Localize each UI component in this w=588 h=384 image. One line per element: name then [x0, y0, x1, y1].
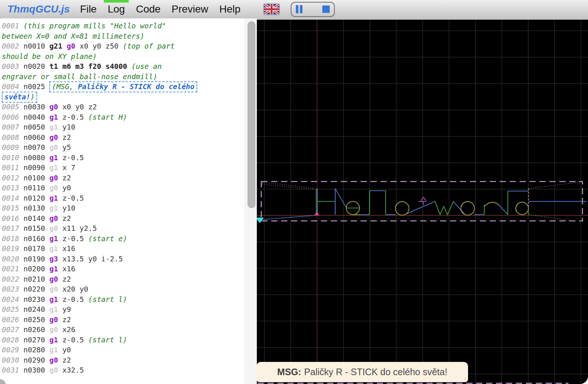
gcode-line: 0006 n0040 g1 z-0.5 (start H) [2, 112, 198, 123]
gcode-line: 0027 n0260 g0 x26 [2, 325, 198, 335]
toolpath-canvas[interactable] [257, 20, 588, 384]
gcode-line: 0017 n0150 g0 x11 y2.5 [2, 223, 198, 234]
tab-preview[interactable]: Preview [171, 0, 209, 18]
tab-file[interactable]: File [79, 0, 98, 18]
gcode-line: 0031 n0300 g0 x32.5 [2, 365, 198, 376]
gcode-line: 0003 n0020 t1 m6 m3 f20 s4000 (use an en… [2, 61, 198, 82]
gcode-line: 0022 n0210 g0 z2 [2, 274, 198, 285]
tab-log[interactable]: Log [107, 0, 126, 18]
gcode-line: 0025 n0240 g1 y9 [2, 304, 198, 315]
msg-text: Paličky R - STICK do celého světa! [304, 367, 447, 377]
gcode-line: 0004 n0025 (MSG, Paličky R - STICK do ce… [2, 82, 198, 102]
gcode-line: 0028 n0270 g1 z-0.5 (start l) [2, 335, 198, 345]
toolbar: ThmqGCU.js FileLogCodePreviewHelp [0, 0, 588, 19]
scroll-corner [0, 379, 6, 384]
uk-flag-icon[interactable] [263, 3, 280, 15]
gcode-line: 0001 (this program mills "Hello world" b… [2, 21, 198, 41]
vertical-scrollbar[interactable] [245, 18, 257, 384]
gcode-line: 0010 n0080 g1 z-0.5 [2, 153, 198, 163]
gcode-line: 0002 n0010 g21 g0 x0 y0 z50 (top of part… [2, 41, 198, 61]
pause-icon[interactable] [296, 5, 302, 13]
gcode-line: 0019 n0170 g1 x16 [2, 244, 198, 254]
gcode-line: 0011 n0090 g1 x 7 [2, 163, 198, 173]
gcode-line: 0024 n0230 g1 z-0.5 (start l) [2, 295, 198, 305]
gcode-line: 0030 n0290 g0 z2 [2, 355, 198, 366]
gcode-line: 0007 n0050 g1 y10 [2, 122, 198, 133]
gcode-line: 0013 n0110 g0 y0 [2, 183, 198, 193]
gcode-line: 0015 n0130 g1 y10 [2, 203, 198, 214]
gcode-line: 0014 n0120 g1 z-0.5 [2, 193, 198, 204]
msg-label: MSG: [277, 367, 301, 377]
gcode-line: 0009 n0070 g0 y5 [2, 142, 198, 153]
gcode-line: 0020 n0190 g3 x13.5 y0 i-2.5 [2, 254, 198, 264]
gcode-line: 0005 n0030 g0 x0 y0 z2 [2, 102, 198, 112]
menu-bar: FileLogCodePreviewHelp [79, 0, 251, 18]
gcode-line: 0026 n0250 g0 z2 [2, 315, 198, 325]
stop-icon[interactable] [322, 6, 330, 13]
gcode-line: 0021 n0200 g1 x16 [2, 264, 198, 274]
gcode-line: 0016 n0140 g0 z2 [2, 214, 198, 224]
gcode-line: 0023 n0220 g0 x20 y0 [2, 284, 198, 295]
tab-code[interactable]: Code [135, 0, 161, 18]
run-controls [291, 2, 335, 17]
scrollbar-thumb[interactable] [248, 21, 255, 208]
app-title: ThmqGCU.js [7, 3, 70, 15]
gcode-listing: 0001 (this program mills "Hello world" b… [0, 18, 198, 376]
msg-popup: MSG: Paličky R - STICK do celého světa! [256, 362, 468, 382]
gcode-line: 0008 n0060 g0 z2 [2, 133, 198, 143]
gcode-line: 0012 n0100 g0 z2 [2, 173, 198, 183]
tab-help[interactable]: Help [219, 0, 241, 18]
gcode-line: 0018 n0160 g1 z-0.5 (start e) [2, 234, 198, 244]
gcode-log-panel[interactable]: 0001 (this program mills "Hello world" b… [0, 18, 245, 384]
gcode-line: 0029 n0280 g1 y0 [2, 345, 198, 355]
